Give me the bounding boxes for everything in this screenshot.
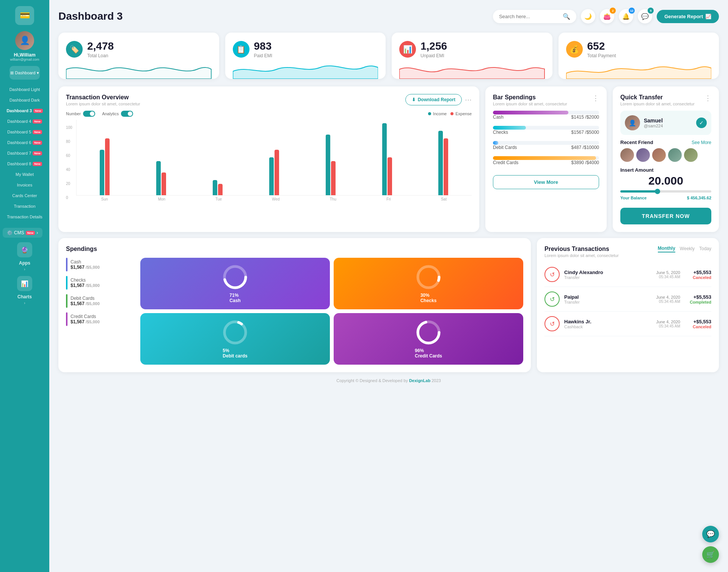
sidebar-item-invoices[interactable]: Invoices — [0, 180, 49, 190]
tab-monthly[interactable]: Monthly — [658, 246, 675, 252]
transaction-menu-btn[interactable]: ⋯ — [465, 96, 472, 104]
sidebar-item-dashboard-6[interactable]: Dashboard 6 New — [0, 137, 49, 148]
analytics-toggle[interactable] — [121, 111, 133, 117]
tx-list: ↺ Cindy Alexandro Transfer June 5, 2020 … — [544, 262, 711, 336]
stat-value-payment: 652 — [587, 40, 616, 52]
sidebar-item-cards-center[interactable]: Cards Center — [0, 190, 49, 201]
sidebar-cms-item[interactable]: ⚙️ CMS New › — [3, 228, 42, 238]
alerts-badge: 12 — [629, 8, 635, 14]
bar-spendings-title: Bar Spendings — [493, 94, 567, 101]
bar-spendings-card: Bar Spendings Lorem ipsum dolor sit amet… — [485, 86, 607, 232]
sidebar-avatar: 👤 — [15, 31, 34, 50]
tx-type-0: Transfer — [564, 275, 603, 280]
bar-spendings-subtitle: Lorem ipsum dolor sit amet, consectetur — [493, 102, 567, 106]
transfer-now-button[interactable]: TRANSFER NOW — [620, 208, 711, 224]
alerts-btn[interactable]: 🔔 12 — [619, 9, 633, 24]
stat-label-loan: Total Loan — [87, 53, 114, 58]
sidebar-dashboard-toggle[interactable]: ⊞ Dashboard ▾ — [9, 66, 40, 80]
view-more-button[interactable]: View More — [493, 175, 599, 189]
stat-card-total-payment: 💰 652 Total Payment — [559, 33, 719, 79]
stat-value-unpaid: 1,256 — [420, 40, 447, 52]
gear-icon: ⚙️ — [7, 230, 13, 235]
donut-label-cash: 71% Cash — [229, 293, 240, 303]
sidebar-item-dashboard-3[interactable]: Dashboard 3 New — [0, 105, 49, 116]
avatar-image: 👤 — [15, 31, 34, 50]
download-report-button[interactable]: ⬇ Download Report — [405, 94, 462, 105]
header-actions: 🔍 🌙 👛 2 🔔 12 💬 5 Generate Report 📈 — [493, 9, 719, 24]
friend-avatar-4[interactable] — [668, 148, 682, 162]
insert-amount-section: Insert Amount 20.000 Your Balance $ 456,… — [620, 167, 711, 200]
tx-name-1: Paipal — [564, 294, 580, 300]
stats-row: 🏷️ 2,478 Total Loan 📋 983 Paid EMI — [58, 33, 719, 79]
badge-new-5: New — [33, 130, 42, 134]
analytics-label: Analytics — [102, 111, 119, 116]
notifications-btn[interactable]: 👛 2 — [600, 9, 614, 24]
sidebar-item-transaction-details[interactable]: Transaction Details — [0, 212, 49, 222]
stat-icon-loan: 🏷️ — [66, 41, 83, 58]
search-input[interactable] — [499, 14, 560, 19]
tab-weekly[interactable]: Weekly — [680, 246, 695, 252]
sidebar-item-dashboard-7[interactable]: Dashboard 7 New — [0, 148, 49, 158]
sidebar-logo[interactable]: 💳 — [15, 6, 34, 25]
quick-transfer-menu-btn[interactable]: ⋮ — [704, 94, 711, 102]
stat-card-total-loan: 🏷️ 2,478 Total Loan — [58, 33, 219, 79]
tab-today[interactable]: Today — [699, 246, 711, 252]
download-icon: ⬇ — [412, 97, 416, 102]
selected-contact[interactable]: 👤 Samuel @sam224 ✓ — [620, 111, 711, 135]
spending-bar-debit: Debit Cards $487 /$10000 — [493, 141, 599, 150]
recent-friend-label: Recent Friend — [620, 139, 653, 145]
bar-spendings-menu-btn[interactable]: ⋮ — [592, 94, 599, 102]
number-toggle[interactable] — [83, 111, 95, 117]
search-box[interactable]: 🔍 — [493, 10, 576, 23]
sidebar-username: Hi,William — [14, 52, 35, 58]
friend-avatar-1[interactable] — [620, 148, 634, 162]
see-more-link[interactable]: See More — [692, 140, 711, 145]
sidebar-apps-icon[interactable]: 🔮 — [17, 242, 32, 257]
transaction-overview-title: Transaction Overview — [66, 94, 140, 101]
chart-icon: 📈 — [705, 14, 711, 19]
friend-avatar-3[interactable] — [652, 148, 666, 162]
spending-row-cash: Cash $1,567 /$5,000 — [66, 258, 134, 271]
sidebar-item-dashboard-8[interactable]: Dashboard 8 New — [0, 158, 49, 169]
main-grid: Transaction Overview Lorem ipsum dolor s… — [58, 86, 719, 232]
contact-name: Samuel — [644, 118, 663, 124]
wave-payment — [566, 60, 712, 79]
donut-credit: 96% Credit Cards — [334, 313, 523, 365]
transaction-overview-subtitle: Lorem ipsum dolor sit amet, consectetur — [66, 102, 140, 106]
spending-bar-checks: Checks $1567 /$5000 — [493, 126, 599, 135]
wave-paid — [233, 60, 378, 79]
svg-point-4 — [224, 322, 246, 343]
tx-time-1: 05:34:45 AM — [656, 299, 680, 304]
friend-avatar-5[interactable] — [684, 148, 698, 162]
sidebar-item-dashboard-light[interactable]: Dashboard Light — [0, 84, 49, 95]
sidebar-item-dashboard-5[interactable]: Dashboard 5 New — [0, 127, 49, 137]
bell-icon: 🔔 — [622, 13, 630, 20]
sidebar-item-my-wallet[interactable]: My Wallet — [0, 169, 49, 180]
sidebar-item-transaction[interactable]: Transaction — [0, 201, 49, 212]
donut-debit: 5% Debit cards — [140, 313, 330, 365]
amount-slider[interactable] — [620, 190, 711, 193]
spending-row-debit: Debit Cards $1,567 /$5,000 — [66, 294, 134, 308]
fab-cart[interactable]: 🛒 — [702, 546, 719, 563]
tx-row-0: ↺ Cindy Alexandro Transfer June 5, 2020 … — [544, 262, 711, 287]
tx-date-0: June 5, 2020 — [656, 270, 680, 275]
tx-name-0: Cindy Alexandro — [564, 270, 603, 275]
messages-btn[interactable]: 💬 5 — [638, 9, 652, 24]
sidebar-item-dashboard-dark[interactable]: Dashboard Dark — [0, 95, 49, 105]
sidebar-charts-icon[interactable]: 📊 — [17, 276, 32, 291]
friend-avatar-2[interactable] — [636, 148, 650, 162]
amount-value: 20.000 — [620, 174, 711, 187]
transaction-overview-card: Transaction Overview Lorem ipsum dolor s… — [58, 86, 479, 232]
tx-icon-1: ↺ — [544, 291, 560, 307]
theme-toggle-btn[interactable]: 🌙 — [581, 9, 595, 24]
stat-icon-unpaid: 📊 — [399, 41, 416, 58]
generate-report-button[interactable]: Generate Report 📈 — [657, 10, 719, 23]
balance-label: Your Balance — [620, 196, 647, 200]
stat-card-unpaid-emi: 📊 1,256 Unpaid EMI — [392, 33, 552, 79]
spending-bar-credit: Credit Cards $3890 /$4000 — [493, 156, 599, 165]
fab-support[interactable]: 💬 — [702, 526, 719, 542]
wave-unpaid — [399, 60, 545, 79]
footer: Copyright © Designed & Developed by Dexi… — [58, 378, 719, 389]
sidebar-item-dashboard-4[interactable]: Dashboard 4 New — [0, 116, 49, 127]
fab-area: 💬 🛒 — [702, 526, 719, 563]
